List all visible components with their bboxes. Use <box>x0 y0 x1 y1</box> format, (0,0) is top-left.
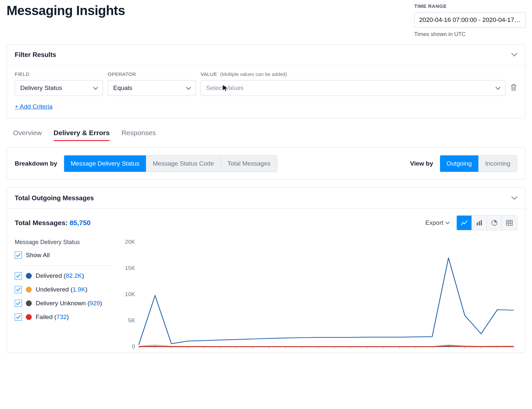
checkbox-icon[interactable] <box>15 272 22 279</box>
chevron-down-icon <box>495 84 501 92</box>
svg-rect-2 <box>481 220 482 225</box>
tab-overview[interactable]: Overview <box>13 126 42 141</box>
page-title: Messaging Insights <box>7 3 125 18</box>
tabs: Overview Delivery & Errors Responses <box>7 126 525 141</box>
add-criteria-link[interactable]: + Add Criteria <box>15 103 53 110</box>
filter-field-value: Delivery Status <box>20 84 62 91</box>
svg-text:10K: 10K <box>125 292 135 297</box>
view-bar-chart-button[interactable] <box>472 216 487 230</box>
total-messages: Total Messages: 85,750 <box>15 219 91 227</box>
checkbox-icon[interactable] <box>15 313 22 321</box>
time-range-block: TIME RANGE 2020-04-16 07:00:00 - 2020-04… <box>414 3 525 38</box>
svg-text:20K: 20K <box>125 239 135 245</box>
filter-field-select[interactable]: Delivery Status <box>15 80 103 96</box>
viewby-incoming[interactable]: Incoming <box>479 155 517 172</box>
checkbox-icon[interactable] <box>15 286 22 293</box>
chevron-down-icon[interactable] <box>511 195 517 201</box>
chart-header: Total Outgoing Messages <box>15 194 94 202</box>
checkbox-icon[interactable] <box>15 252 22 259</box>
breakdown-message-status-code[interactable]: Message Status Code <box>146 155 221 172</box>
svg-rect-4 <box>506 220 512 225</box>
chart-legend: Message Delivery Status Show All Deliver… <box>15 239 113 351</box>
breakdown-total-messages[interactable]: Total Messages <box>221 155 277 172</box>
chevron-down-icon <box>186 84 191 92</box>
legend-failed[interactable]: Failed (732) <box>15 313 113 321</box>
checkbox-icon[interactable] <box>15 300 22 307</box>
svg-text:15K: 15K <box>125 265 135 271</box>
viewby-outgoing[interactable]: Outgoing <box>440 155 479 172</box>
filter-value-placeholder: Select Values <box>206 84 244 91</box>
export-button[interactable]: Export <box>425 219 450 226</box>
view-table-button[interactable] <box>502 216 517 230</box>
filter-operator-label: OPERATOR <box>108 71 196 77</box>
filter-value-select[interactable]: Select Values <box>201 80 505 96</box>
chart-area: 05K10K15K20K <box>121 239 517 351</box>
filter-value-label: VALUE (Multiple values can be added) <box>201 71 505 77</box>
chart-panel: Total Outgoing Messages Total Messages: … <box>7 187 525 353</box>
filter-operator-value: Equals <box>113 84 132 91</box>
breakdown-label: Breakdown by <box>15 160 57 167</box>
svg-rect-0 <box>477 222 478 225</box>
time-range-label: TIME RANGE <box>414 3 525 9</box>
legend-undelivered[interactable]: Undelivered (1.9K) <box>15 286 113 293</box>
legend-unknown[interactable]: Delivery Unknown (929) <box>15 300 113 307</box>
tab-responses[interactable]: Responses <box>121 126 156 141</box>
svg-rect-1 <box>479 221 480 225</box>
chart-view-switch <box>456 215 517 230</box>
breakdown-segmented: Message Delivery Status Message Status C… <box>64 155 277 172</box>
legend-title: Message Delivery Status <box>15 239 113 246</box>
time-range-select[interactable]: 2020-04-16 07:00:00 - 2020-04-17… <box>414 12 525 28</box>
total-messages-count: 85,750 <box>70 219 91 226</box>
delete-filter-button[interactable] <box>510 83 517 96</box>
filter-panel: Filter Results FIELD Delivery Status OPE… <box>7 44 525 118</box>
svg-text:0: 0 <box>132 344 135 350</box>
swatch-icon <box>26 287 32 293</box>
legend-show-all[interactable]: Show All <box>15 252 113 259</box>
view-line-chart-button[interactable] <box>457 216 472 230</box>
viewby-segmented: Outgoing Incoming <box>440 155 517 172</box>
svg-text:5K: 5K <box>128 318 135 324</box>
filter-operator-select[interactable]: Equals <box>108 80 196 96</box>
swatch-icon <box>26 314 32 320</box>
breakdown-message-delivery-status[interactable]: Message Delivery Status <box>64 155 146 172</box>
time-range-note: Times shown in UTC <box>414 31 525 38</box>
chevron-down-icon <box>93 84 98 92</box>
viewby-label: View by <box>410 160 433 167</box>
filter-field-label: FIELD <box>15 71 103 77</box>
chevron-down-icon[interactable] <box>511 52 517 58</box>
line-chart: 05K10K15K20K <box>121 239 517 350</box>
legend-delivered[interactable]: Delivered (82.2K) <box>15 272 113 279</box>
swatch-icon <box>26 300 32 306</box>
swatch-icon <box>26 273 32 279</box>
filter-header: Filter Results <box>15 51 56 59</box>
tab-delivery-errors[interactable]: Delivery & Errors <box>54 126 110 141</box>
view-pie-chart-button[interactable] <box>487 216 502 230</box>
controls-panel: Breakdown by Message Delivery Status Mes… <box>7 148 525 180</box>
